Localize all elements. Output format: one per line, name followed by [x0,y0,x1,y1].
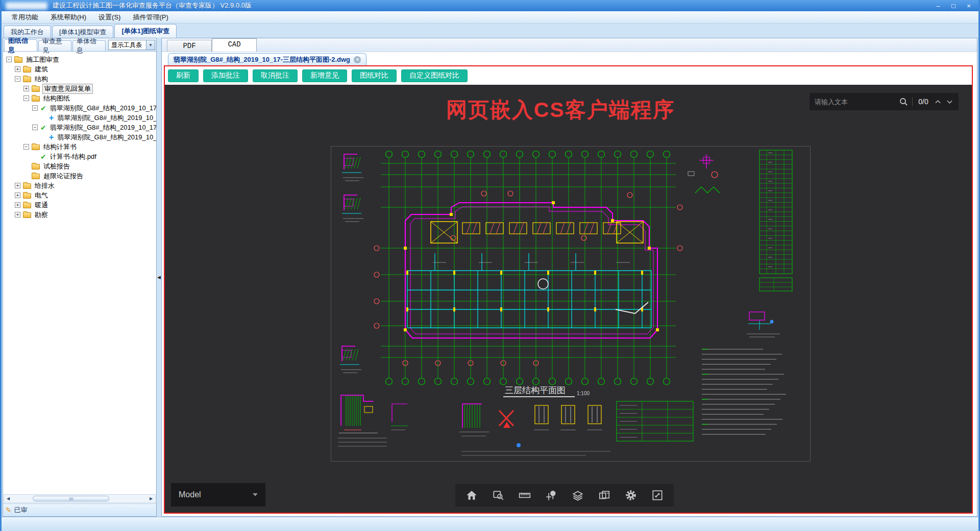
toolbar-combo[interactable]: 显示工具条 ▼ [108,40,155,50]
minimize-button[interactable]: – [930,1,946,10]
menu-item-3[interactable]: 设置(S) [92,11,127,23]
action-button-6[interactable]: 自定义图纸对比 [401,69,468,82]
action-button-2[interactable]: 添加批注 [203,69,248,82]
tree-item[interactable]: −结构计算书 [3,142,156,152]
folder-icon [32,86,40,92]
tree-item-label: 结构图纸 [42,94,71,103]
tree-item[interactable]: +暖通 [3,200,156,210]
tree-item-label: 翡翠湖别院_G8#_结构_2019_10_17-三 [49,104,156,113]
action-button-3[interactable]: 取消批注 [253,69,298,82]
left-tab-2[interactable]: 审查意见 [38,40,71,51]
view-tab-cad[interactable]: CAD [212,38,257,52]
tree-item[interactable]: +翡翠湖别院_G8#_结构_2019_10_1 [3,113,156,123]
panel-splitter[interactable]: ◀ [157,38,161,517]
expander-icon[interactable]: − [15,76,20,82]
tree-item[interactable]: −结构图纸 [3,93,156,103]
scrollbar-thumb[interactable] [33,496,109,501]
expander-icon[interactable]: + [15,202,20,208]
cad-canvas[interactable]: 网页嵌入CS客户端程序 0/0 [165,85,972,513]
tree-item-label: 施工图审查 [25,55,60,64]
check-icon: ✔ [40,153,46,161]
tree-item-label: 结构 [34,75,49,84]
expander-icon[interactable]: + [15,183,20,188]
embedded-client-frame: 刷新添加批注取消批注新增意见图纸对比自定义图纸对比 网页嵌入CS客户端程序 0/… [164,65,973,514]
tree-item[interactable]: +审查意见回复单 [3,84,156,93]
zoom-window-icon[interactable] [488,486,508,504]
model-selector[interactable]: Model [171,483,265,506]
viewports-icon[interactable] [594,486,615,504]
drawing-tree: −施工图审查+建筑−结构+审查意见回复单−结构图纸−✔翡翠湖别院_G8#_结构_… [3,52,156,494]
left-panel: 图纸信息审查意见单体信息 显示工具条 ▼ −施工图审查+建筑−结构+审查意见回复… [3,38,157,517]
settings-icon[interactable] [621,486,641,504]
tree-h-scrollbar[interactable]: ◀ ▶ [4,494,156,503]
tree-item[interactable]: +翡翠湖别院_G8#_结构_2019_10_1 [3,132,156,142]
tree-item[interactable]: +建筑 [3,64,156,74]
search-input[interactable] [815,98,895,106]
overlay-watermark: 网页嵌入CS客户端程序 [446,96,675,124]
search-icon[interactable] [899,97,908,106]
marker-icon[interactable] [541,486,561,504]
ruler-icon[interactable] [514,486,535,504]
left-tab-3[interactable]: 单体信息 [72,40,106,51]
main-tab-2[interactable]: [单体1]模型审查 [52,26,113,38]
folder-icon [23,203,31,208]
tree-item[interactable]: −结构 [3,74,156,84]
layers-icon[interactable] [568,486,588,504]
tree-item-label: 计算书-结构.pdf [49,152,97,161]
expander-icon[interactable]: − [23,95,29,101]
tree-item[interactable]: −施工图审查 [3,55,156,64]
fullscreen-icon[interactable] [647,486,668,504]
close-icon[interactable]: × [354,56,361,63]
menu-item-4[interactable]: 插件管理(P) [127,11,174,23]
expander-icon[interactable]: + [23,86,29,91]
home-icon[interactable] [461,486,482,504]
tree-item[interactable]: −✔翡翠湖别院_G8#_结构_2019_10_17-三 [3,103,156,113]
expander-icon[interactable]: + [15,192,20,198]
tree-item[interactable]: +勘察 [3,210,156,220]
chevron-down-icon[interactable]: ▼ [146,40,155,50]
tree-item[interactable]: +给排水 [3,181,156,190]
tree-item[interactable]: 试桩报告 [3,161,156,171]
tree-item-label: 超限论证报告 [42,172,84,181]
menu-item-1[interactable]: 常用功能 [6,11,44,23]
action-button-5[interactable]: 图纸对比 [352,69,397,82]
chevron-down-icon [253,493,258,496]
tree-item[interactable]: ✔计算书-结构.pdf [3,152,156,161]
tree-item-label: 电气 [34,191,49,200]
expander-icon[interactable]: − [23,144,29,150]
close-button[interactable]: × [961,1,976,10]
folder-icon [23,212,31,218]
expander-icon[interactable]: + [15,66,20,72]
expander-icon[interactable]: − [6,57,12,62]
review-status-label: 已审 [14,505,28,515]
expander-icon[interactable]: + [15,212,20,218]
tree-item-label: 建筑 [34,65,49,74]
tree-item-label: 暖通 [34,201,49,210]
main-tab-3[interactable]: [单体1]图纸审查 [114,24,177,38]
expander-icon[interactable]: − [32,105,38,111]
scroll-left-icon[interactable]: ◀ [4,496,12,501]
drawing-scale: 1:100 [577,391,590,396]
chevron-down-icon[interactable] [946,99,953,105]
collapse-left-icon[interactable]: ◀ [157,275,161,280]
chevron-up-icon[interactable] [934,99,942,105]
tree-item[interactable]: +电气 [3,190,156,200]
menu-item-2[interactable]: 系统帮助(H) [44,11,92,23]
tree-item[interactable]: −✔翡翠湖别院_G8#_结构_2019_10_17-三 [3,123,156,132]
file-tab[interactable]: 翡翠湖别院_G8#_结构_2019_10_17-三层结构平面图-2.dwg × [168,53,366,65]
tree-item[interactable]: 超限论证报告 [3,171,156,181]
pencil-icon: ✎ [6,506,12,514]
left-tab-1[interactable]: 图纸信息 [4,39,37,51]
cad-drawing: 三层结构平面图1:100 [331,146,811,462]
plus-icon: + [49,133,54,142]
expander-icon[interactable]: − [32,125,38,130]
redacted-logo [6,2,47,10]
action-button-4[interactable]: 新增意见 [302,69,347,82]
maximize-button[interactable]: □ [946,1,961,10]
action-button-1[interactable]: 刷新 [168,69,199,82]
scroll-right-icon[interactable]: ▶ [147,496,155,501]
folder-icon [32,174,40,179]
folder-icon [32,96,40,102]
folder-icon [23,183,31,189]
view-tab-pdf[interactable]: PDF [167,40,212,52]
